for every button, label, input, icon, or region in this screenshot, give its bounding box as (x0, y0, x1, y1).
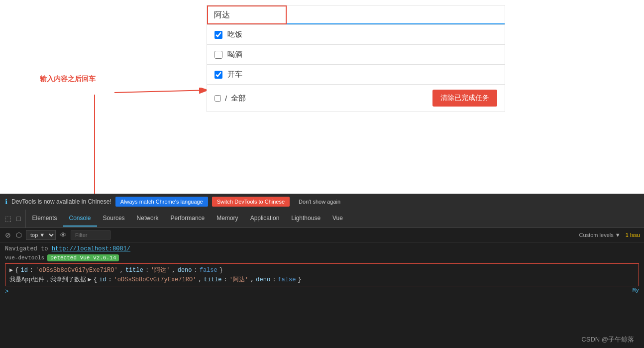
tab-performance[interactable]: Performance (165, 211, 211, 227)
devtools-toolbar-icons: ⬚ □ (0, 210, 26, 228)
select-all-checkbox[interactable] (215, 95, 221, 102)
tab-vue[interactable]: Vue (326, 211, 349, 227)
console-prompt[interactable]: > (5, 288, 639, 295)
devtools-console: Navigated to http://localhost:8081/ vue-… (0, 242, 644, 348)
console-log-line-1: 我是App组件，我拿到了数据 ▶ { id : 'oDSsSb8oCvGi7yE… (9, 275, 635, 284)
todo-label-1: 吃饭 (227, 30, 242, 39)
info-icon: ℹ (5, 198, 7, 206)
todo-item-3: 开车 (207, 65, 505, 85)
todo-checkbox-3[interactable] (215, 71, 222, 79)
footer-separator: / (225, 94, 227, 103)
todo-label-3: 开车 (227, 70, 242, 79)
todo-footer: / 全部 清除已完成任务 (207, 85, 505, 112)
tab-application[interactable]: Application (244, 211, 286, 227)
todo-container: 吃饭 喝酒 开车 / 全部 清除已完成任务 (207, 5, 505, 112)
todo-input-row (207, 5, 505, 25)
expand-arrow-2[interactable]: ▶ (88, 276, 92, 283)
vue-devtools-source: vue-devtools (5, 255, 44, 261)
devtools-notification-bar: ℹ DevTools is now available in Chinese! … (0, 194, 644, 210)
notification-text: DevTools is now available in Chinese! (11, 198, 111, 205)
todo-checkbox-2[interactable] (215, 51, 222, 59)
cursor-icon[interactable]: ⬚ (4, 214, 12, 224)
devtools-panel: ℹ DevTools is now available in Chinese! … (0, 194, 644, 348)
csdn-watermark: CSDN @子午鲸落 (581, 335, 634, 344)
todo-secondary-input[interactable] (287, 5, 505, 24)
todo-main-input[interactable] (207, 5, 287, 24)
dont-show-button[interactable]: Don't show again (294, 197, 345, 207)
expand-arrow-1[interactable]: ▶ (9, 266, 13, 274)
vue-detected-badge: Detected Vue v2.6.14 (47, 254, 119, 261)
console-obj-block: ▶ { id : 'oDSsSb8oCvGi7yExe71RO' , title… (5, 263, 639, 286)
pause-on-exception-icon[interactable]: ⬡ (15, 230, 23, 240)
tab-sources[interactable]: Sources (97, 211, 131, 227)
log-text: 我是App组件，我拿到了数据 (9, 275, 86, 284)
todo-label-2: 喝酒 (227, 50, 242, 59)
footer-total: 全部 (231, 94, 246, 103)
clear-console-icon[interactable]: ⊘ (4, 230, 12, 240)
devtools-filter-bar: ⊘ ⬡ top ▼ 👁 Custom levels ▼ 1 Issu (0, 228, 644, 242)
svg-line-0 (114, 90, 209, 93)
devtools-tabs: ⬚ □ Elements Console Sources Network Per… (0, 210, 644, 228)
clear-button[interactable]: 清除已完成任务 (432, 90, 497, 107)
tab-lighthouse[interactable]: Lighthouse (285, 211, 326, 227)
console-nav-line: Navigated to http://localhost:8081/ (5, 245, 639, 252)
console-vue-line: vue-devtools Detected Vue v2.6.14 (5, 254, 639, 261)
todo-checkbox-1[interactable] (215, 31, 222, 39)
annotation-container: 输入内容之后回车 (40, 75, 214, 199)
todo-footer-left: / 全部 (215, 94, 246, 103)
console-obj-line-1: ▶ { id : 'oDSsSb8oCvGi7yExe71RO' , title… (9, 266, 635, 274)
annotation-arrow-svg (40, 88, 214, 197)
issues-badge: 1 Issu (626, 232, 640, 238)
my-source-label: My (633, 287, 639, 293)
switch-devtools-button[interactable]: Switch DevTools to Chinese (212, 197, 290, 207)
main-area: 输入内容之后回车 (0, 0, 644, 197)
tab-memory[interactable]: Memory (211, 211, 244, 227)
context-select[interactable]: top ▼ (26, 230, 56, 240)
custom-levels-dropdown[interactable]: Custom levels ▼ (579, 232, 621, 238)
tab-console[interactable]: Console (63, 211, 97, 227)
device-icon[interactable]: □ (15, 214, 21, 224)
always-match-button[interactable]: Always match Chrome's language (115, 197, 208, 207)
tab-elements[interactable]: Elements (26, 211, 63, 227)
eye-icon[interactable]: 👁 (59, 230, 68, 240)
annotation-text: 输入内容之后回车 (40, 75, 214, 84)
nav-link[interactable]: http://localhost:8081/ (52, 245, 130, 252)
todo-item-1: 吃饭 (207, 25, 505, 45)
tab-network[interactable]: Network (131, 211, 165, 227)
todo-item-2: 喝酒 (207, 45, 505, 65)
filter-input[interactable] (71, 231, 110, 239)
